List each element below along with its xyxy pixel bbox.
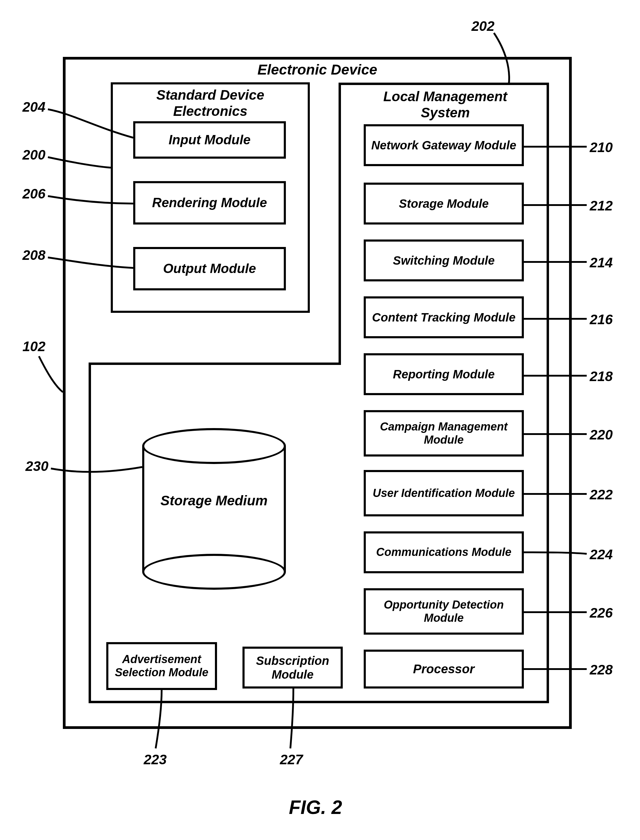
opportunity-detection-module-box: Opportunity Detection Module	[364, 588, 524, 635]
output-module-label: Output Module	[163, 261, 256, 276]
user-identification-module-box: User Identification Module	[364, 470, 524, 517]
advertisement-selection-module-box: Advertisement Selection Module	[106, 642, 217, 690]
communications-module-box: Communications Module	[364, 531, 524, 573]
ref-230: 230	[26, 458, 48, 474]
reporting-module-box: Reporting Module	[364, 353, 524, 395]
reporting-module-label: Reporting Module	[393, 367, 495, 381]
ref-228: 228	[590, 662, 613, 678]
output-module-box: Output Module	[133, 247, 286, 290]
ref-212: 212	[590, 198, 613, 214]
content-tracking-module-box: Content Tracking Module	[364, 296, 524, 338]
input-module-box: Input Module	[133, 121, 286, 158]
processor-label: Processor	[413, 662, 474, 676]
rendering-module-box: Rendering Module	[133, 181, 286, 224]
advertisement-selection-module-label: Advertisement Selection Module	[108, 653, 215, 679]
ref-220: 220	[590, 427, 613, 443]
storage-medium-cylinder: Storage Medium	[142, 428, 286, 590]
ref-210: 210	[590, 139, 613, 155]
ref-222: 222	[590, 486, 613, 502]
ref-200: 200	[22, 147, 45, 163]
user-identification-module-label: User Identification Module	[373, 487, 515, 500]
ref-214: 214	[590, 254, 613, 270]
campaign-management-module-box: Campaign Management Module	[364, 410, 524, 456]
ref-226: 226	[590, 605, 613, 621]
local-management-system-title: Local Management System	[362, 88, 528, 121]
rendering-module-label: Rendering Module	[152, 195, 267, 210]
ref-227: 227	[280, 751, 303, 768]
ref-216: 216	[590, 311, 613, 328]
figure-2: Electronic Device Standard Device Electr…	[0, 0, 640, 840]
storage-module-label: Storage Module	[399, 197, 488, 210]
ref-223: 223	[144, 751, 167, 768]
opportunity-detection-module-label: Opportunity Detection Module	[366, 598, 522, 624]
standard-device-electronics-title: Standard Device Electronics	[129, 87, 292, 119]
ref-218: 218	[590, 368, 613, 384]
campaign-management-module-label: Campaign Management Module	[366, 420, 522, 446]
input-module-label: Input Module	[168, 132, 251, 147]
ref-208: 208	[22, 247, 45, 263]
network-gateway-module-label: Network Gateway Module	[371, 138, 516, 152]
communications-module-label: Communications Module	[376, 546, 512, 559]
switching-module-label: Switching Module	[393, 254, 495, 267]
ref-102: 102	[22, 338, 45, 354]
subscription-module-label: Subscription Module	[245, 654, 341, 682]
ref-204: 204	[22, 99, 45, 115]
storage-module-box: Storage Module	[364, 182, 524, 224]
ref-202: 202	[472, 18, 494, 34]
switching-module-box: Switching Module	[364, 240, 524, 282]
subscription-module-box: Subscription Module	[242, 646, 343, 688]
storage-medium-label: Storage Medium	[142, 493, 286, 509]
electronic-device-title: Electronic Device	[227, 61, 407, 78]
figure-caption: FIG. 2	[289, 796, 342, 818]
ref-224: 224	[590, 546, 613, 563]
ref-206: 206	[22, 186, 45, 202]
processor-box: Processor	[364, 650, 524, 688]
content-tracking-module-label: Content Tracking Module	[372, 310, 515, 324]
network-gateway-module-box: Network Gateway Module	[364, 124, 524, 166]
